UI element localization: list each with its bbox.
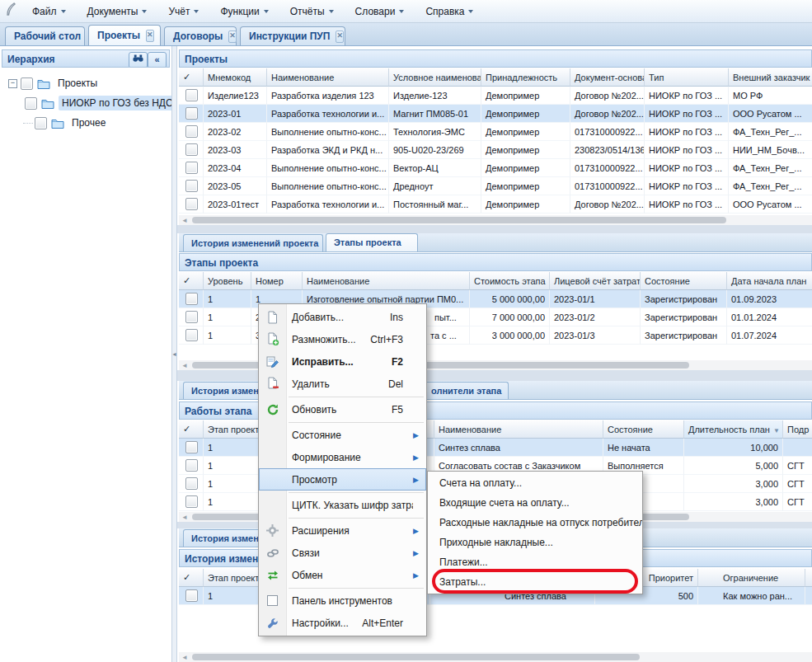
row-checkbox-cell[interactable]: [179, 123, 204, 141]
context-menu-item[interactable]: УдалитьDel: [259, 373, 426, 395]
context-menu-item[interactable]: Исправить...F2: [259, 350, 426, 373]
row-checkbox-cell[interactable]: [179, 195, 204, 214]
annotation-red-oval: [432, 569, 638, 594]
context-menu-item[interactable]: Размножить...Ctrl+F3: [259, 328, 426, 350]
column-header[interactable]: Условное наименова: [389, 68, 481, 87]
row-checkbox-cell[interactable]: [179, 159, 204, 177]
table-row[interactable]: 2023-01тестРазработка технологии и...Пос…: [179, 195, 812, 214]
context-menu-item[interactable]: Просмотр▶: [259, 468, 426, 491]
table-row[interactable]: 2023-04Выполнение опытно-конс...Вектор-А…: [179, 159, 812, 177]
column-header[interactable]: Тип: [645, 68, 729, 87]
close-tab-icon[interactable]: ✕: [146, 30, 154, 42]
tree-item-2[interactable]: Прочее: [2, 113, 170, 133]
context-menu-item[interactable]: Связи▶: [259, 542, 426, 564]
column-header[interactable]: Дата начала план: [727, 272, 812, 290]
scroll-left-arrow-icon[interactable]: ◄: [179, 514, 190, 521]
table-row[interactable]: 2023-01Разработка технологии и...Магнит …: [179, 105, 812, 123]
tree-checkbox[interactable]: [35, 117, 47, 129]
column-header[interactable]: ✓: [179, 272, 204, 290]
table-row[interactable]: Изделие123Разработка изделия 123Изделие-…: [179, 87, 812, 105]
section-tab[interactable]: История измен: [183, 529, 261, 547]
menubar-item-5[interactable]: Отчёты: [279, 0, 345, 23]
projects-hscrollbar[interactable]: ◄: [179, 215, 812, 225]
row-checkbox-cell[interactable]: [179, 493, 204, 511]
table-row[interactable]: 2023-05Выполнение опытно-конс...Дредноут…: [179, 177, 812, 195]
scroll-left-arrow-icon[interactable]: ◄: [179, 654, 190, 661]
column-header[interactable]: Наименование: [434, 420, 603, 439]
column-header[interactable]: Стоимость этапа: [470, 272, 550, 290]
close-tab-icon[interactable]: ✕: [228, 31, 237, 43]
row-checkbox-cell[interactable]: [179, 439, 204, 457]
search-binoculars-button[interactable]: [129, 52, 148, 68]
menubar-item-2[interactable]: Документы: [77, 0, 158, 23]
context-menu-item[interactable]: ЦИТК. Указать шифр затрат...: [259, 494, 426, 516]
collapse-sidebar-button[interactable]: «: [148, 52, 167, 68]
close-tab-icon[interactable]: ✕: [336, 31, 344, 43]
row-checkbox-cell[interactable]: [179, 141, 204, 159]
row-checkbox-cell[interactable]: [179, 308, 204, 326]
row-checkbox-cell[interactable]: [179, 87, 204, 105]
submenu-item[interactable]: Счета на оплату...: [428, 473, 642, 493]
section-tab[interactable]: олнители этапа: [423, 382, 509, 399]
menubar-item-6[interactable]: Словари: [345, 0, 415, 23]
tab-3[interactable]: Договоры✕: [164, 26, 237, 45]
menubar-item-3[interactable]: Учёт: [157, 0, 209, 23]
row-checkbox-cell[interactable]: [179, 290, 204, 308]
history-hscrollbar[interactable]: ◄: [179, 652, 812, 662]
column-header[interactable]: Принадлежность: [481, 68, 570, 87]
column-header[interactable]: Подр: [783, 420, 812, 439]
column-header[interactable]: ✓: [179, 569, 204, 587]
tab-1[interactable]: Рабочий стол: [5, 26, 85, 45]
scroll-left-arrow-icon[interactable]: ◄: [179, 217, 190, 224]
context-menu-item[interactable]: Добавить...Ins: [259, 306, 426, 328]
table-row[interactable]: 2023-03Разработка ЭКД и РКД н...905-U020…: [179, 141, 812, 159]
column-header[interactable]: Документ-основан: [570, 68, 645, 87]
menubar-item-4[interactable]: Функции: [209, 0, 279, 23]
submenu-item[interactable]: Расходные накладные на отпуск потребител…: [428, 513, 642, 533]
column-header[interactable]: Состояние: [641, 272, 727, 290]
row-checkbox-cell[interactable]: [179, 326, 204, 345]
column-header[interactable]: Лицевой счёт затрат.: [550, 272, 641, 290]
submenu-item[interactable]: Приходные накладные...: [428, 533, 642, 552]
tree-item-1[interactable]: НИОКР по ГОЗ без НДС: [2, 93, 170, 113]
tree-checkbox[interactable]: [21, 77, 33, 90]
submenu-item[interactable]: Входящие счета на оплату...: [428, 493, 642, 513]
column-header[interactable]: Длительность план▼: [684, 420, 783, 439]
column-header[interactable]: Наименование: [303, 272, 470, 290]
context-menu-item[interactable]: Обмен▶: [259, 564, 426, 586]
section-tab[interactable]: История изменений проекта: [183, 234, 323, 251]
column-header[interactable]: Номер: [251, 272, 303, 290]
table-row[interactable]: 2023-02Выполнение опытно-конс...Технолог…: [179, 123, 812, 141]
menubar-item-1[interactable]: Файл: [21, 0, 77, 23]
row-checkbox-cell[interactable]: [179, 457, 204, 475]
section-tab[interactable]: История измен: [183, 382, 261, 399]
column-header[interactable]: [805, 569, 812, 587]
context-menu-item[interactable]: Состояние▶: [259, 424, 426, 446]
row-checkbox-cell[interactable]: [179, 105, 204, 123]
tree-expander-icon[interactable]: −: [8, 79, 17, 88]
context-menu-item[interactable]: Настройки...Alt+Enter: [259, 612, 426, 634]
sidebar-splitter[interactable]: ◄: [171, 46, 177, 662]
column-header[interactable]: Ограничение: [698, 569, 805, 587]
tab-4[interactable]: Инструкции ПУП✕: [240, 26, 345, 45]
row-checkbox-cell[interactable]: [179, 475, 204, 493]
column-header[interactable]: ✓: [179, 420, 204, 439]
context-menu-item[interactable]: Расширения▶: [259, 519, 426, 542]
column-header[interactable]: Мнемокод: [204, 68, 267, 87]
context-menu-item[interactable]: Формирование▶: [259, 446, 426, 468]
tab-2[interactable]: Проекты✕: [88, 25, 161, 45]
row-checkbox-cell[interactable]: [179, 587, 204, 605]
menubar-item-7[interactable]: Справка: [415, 0, 484, 23]
tree-item-root[interactable]: −Проекты: [2, 73, 170, 93]
column-header[interactable]: Состояние: [603, 420, 684, 439]
context-menu-item[interactable]: Панель инструментов: [259, 589, 426, 612]
column-header[interactable]: ✓: [179, 68, 204, 87]
tree-checkbox[interactable]: [25, 97, 37, 110]
row-checkbox-cell[interactable]: [179, 177, 204, 195]
column-header[interactable]: Наименование: [267, 68, 389, 87]
column-header[interactable]: Уровень: [204, 272, 251, 290]
context-menu-item[interactable]: ОбновитьF5: [259, 398, 426, 420]
column-header[interactable]: Внешний заказчик: [729, 68, 812, 87]
scroll-left-arrow-icon[interactable]: ◄: [179, 362, 190, 369]
section-tab[interactable]: Этапы проекта: [326, 233, 418, 251]
